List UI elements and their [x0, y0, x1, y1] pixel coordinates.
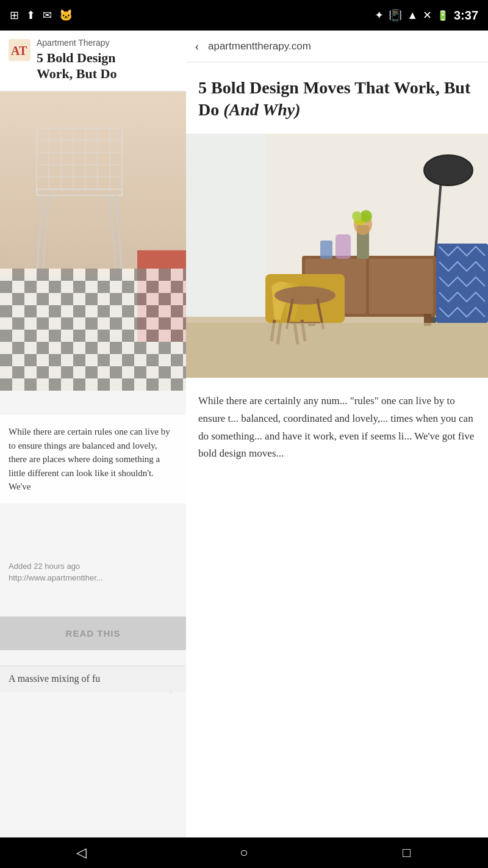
svg-line-15: [116, 195, 122, 275]
article-url: http://www.apartmentther...: [9, 573, 178, 582]
main-content: AT Apartment Therapy 5 Bold DesignWork, …: [0, 31, 488, 837]
room-illustration: [186, 134, 488, 378]
article-body-text: While there are certainly any num... "ru…: [198, 395, 474, 460]
back-button[interactable]: ◁: [63, 837, 99, 868]
svg-rect-46: [186, 323, 488, 378]
article-header-text: Apartment Therapy 5 Bold DesignWork, But…: [37, 38, 117, 82]
excerpt-text: While there are certain rules one can li…: [9, 427, 170, 491]
next-article-text: A massive mixing of fu: [9, 673, 100, 684]
article-source: Apartment Therapy: [37, 38, 117, 48]
svg-rect-3: [37, 128, 122, 189]
svg-rect-26: [369, 259, 433, 314]
right-panel: ‹ apartmenttherapy.com 5 Bold Design Mov…: [186, 31, 488, 837]
read-this-button[interactable]: READ THIS: [0, 617, 186, 650]
nosim-icon: ✕: [423, 9, 432, 22]
svg-rect-45: [436, 244, 488, 323]
back-icon: ◁: [76, 845, 87, 861]
headline-and: And Why: [229, 100, 295, 119]
grid-icon: ⊞: [10, 9, 19, 22]
svg-text:AT: AT: [11, 44, 27, 57]
svg-rect-34: [336, 234, 351, 259]
battery-icon: 🔋: [437, 10, 449, 21]
cat-icon: 🐱: [59, 9, 73, 22]
bottom-nav: ◁ ○ □: [0, 837, 488, 868]
article-added-time: Added 22 hours ago: [9, 562, 178, 571]
at-logo: AT: [9, 39, 30, 61]
article-header: AT Apartment Therapy 5 Bold DesignWork, …: [0, 31, 186, 92]
bluetooth-icon: ✦: [375, 9, 384, 22]
svg-point-33: [352, 211, 362, 221]
svg-rect-35: [320, 241, 332, 259]
recents-button[interactable]: □: [389, 837, 425, 868]
status-right-icons: ✦ 📳 ▲ ✕ 🔋 3:37: [375, 9, 478, 23]
svg-rect-2: [37, 189, 122, 195]
article-body: While there are certainly any num... "ru…: [186, 378, 488, 478]
article-main-image: [186, 134, 488, 378]
svg-line-16: [43, 195, 49, 275]
status-bar: ⊞ ⬆ ✉ 🐱 ✦ 📳 ▲ ✕ 🔋 3:37: [0, 0, 488, 31]
recents-icon: □: [403, 845, 411, 861]
mail-icon: ✉: [43, 9, 52, 22]
svg-point-41: [274, 286, 336, 305]
article-content: 5 Bold Design Moves That Work, But Do (A…: [186, 62, 488, 837]
status-time: 3:37: [454, 9, 478, 23]
upload-icon: ⬆: [26, 9, 35, 22]
article-image-left: [0, 92, 186, 391]
svg-point-22: [424, 155, 473, 186]
left-panel: AT Apartment Therapy 5 Bold DesignWork, …: [0, 31, 186, 837]
article-excerpt: While there are certain rules one can li…: [0, 415, 186, 504]
checkered-floor: [0, 269, 186, 391]
read-this-label: READ THIS: [66, 628, 121, 638]
article-title-left: 5 Bold DesignWork, But Do: [37, 50, 117, 82]
svg-line-17: [110, 195, 116, 275]
status-left-icons: ⊞ ⬆ ✉ 🐱: [10, 9, 73, 22]
svg-rect-20: [186, 134, 265, 317]
home-icon: ○: [240, 845, 248, 861]
next-article-peek: A massive mixing of fu: [0, 665, 186, 692]
vibrate-icon: 📳: [389, 9, 402, 22]
article-headline: 5 Bold Design Moves That Work, But Do (A…: [186, 62, 488, 134]
wifi-icon: ▲: [407, 9, 418, 22]
browser-back-button[interactable]: ‹: [195, 38, 199, 54]
home-button[interactable]: ○: [226, 837, 262, 868]
svg-line-14: [37, 195, 43, 275]
browser-bar: ‹ apartmenttherapy.com: [186, 31, 488, 62]
browser-url: apartmenttherapy.com: [208, 40, 479, 52]
article-meta: Added 22 hours ago http://www.apartmentt…: [0, 555, 186, 588]
